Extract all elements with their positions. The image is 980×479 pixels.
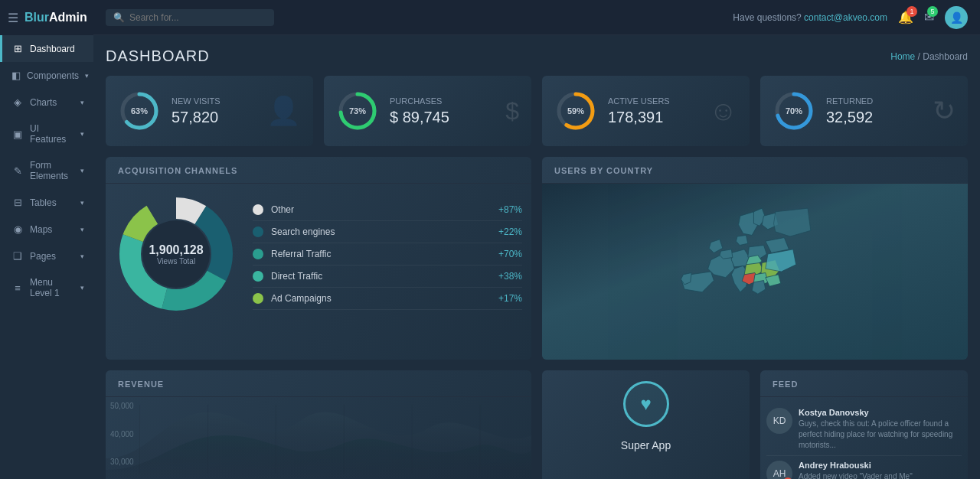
feed-text-1: Added new video "Vader and Me" (799, 471, 962, 479)
arrow-icon-tables: ▾ (80, 199, 84, 207)
breadcrumb: Home / Dashboard (890, 51, 968, 62)
questions-email[interactable]: contact@akveo.com (804, 12, 887, 23)
channel-dot-other (253, 204, 263, 215)
donut-center: 1,900,128 Views Total (149, 243, 203, 266)
sidebar: ☰ BlurAdmin ⊞ Dashboard ◧ Components ▾ ◈… (0, 0, 93, 479)
donut-center-value: 1,900,128 (149, 243, 203, 257)
channel-item-ad-campaigns: Ad Campaigns +17% (253, 288, 522, 310)
sidebar-item-tables[interactable]: ⊟ Tables ▾ (0, 189, 93, 216)
stat-label-new-visits: New Visits (172, 96, 256, 106)
stat-info-purchases: Purchases $ 89,745 (390, 96, 495, 126)
tables-icon: ⊟ (11, 197, 24, 208)
revenue-y-30k: 30,000 (110, 458, 134, 466)
main: 🔍 Have questions? contact@akveo.com 🔔 1 … (93, 0, 980, 479)
revenue-title: REVENUE (106, 370, 531, 397)
stat-donut-active-users: 59% (554, 90, 597, 132)
channel-dot-referral (253, 249, 263, 259)
stat-pct-active-users: 59% (567, 106, 584, 116)
sidebar-label-pages: Pages (30, 251, 74, 262)
message-envelope-wrapper[interactable]: ✉ 5 (924, 10, 934, 24)
channel-name-other: Other (271, 204, 491, 215)
channel-item-search: Search engines +22% (253, 221, 522, 243)
pages-icon: ❑ (11, 250, 24, 262)
map-title: USERS BY COUNTRY (542, 157, 968, 184)
arrow-icon-charts: ▾ (80, 99, 84, 106)
stat-pct-purchases: 73% (349, 106, 366, 116)
page-content: DASHBOARD Home / Dashboard 63% New (93, 35, 980, 479)
stat-card-returned: 70% Returned 32,592 ↻ (760, 76, 968, 146)
users-by-country-panel: USERS BY COUNTRY (542, 157, 968, 360)
hamburger-icon[interactable]: ☰ (8, 11, 18, 25)
sidebar-label-menu-level-1: Menu Level 1 (30, 277, 74, 298)
stat-info-new-visits: New Visits 57,820 (172, 96, 256, 126)
notification-badge: 1 (906, 6, 917, 17)
channel-list: Other +87% Search engines +22% Referral … (253, 199, 522, 310)
stat-info-returned: Returned 32,592 (826, 96, 922, 126)
topbar: 🔍 Have questions? contact@akveo.com 🔔 1 … (93, 0, 980, 35)
channel-pct-direct: +38% (498, 271, 522, 282)
feed-name-0: Kostya Danovsky (799, 408, 962, 417)
channel-name-referral: Referral Traffic (271, 249, 491, 259)
sidebar-item-components[interactable]: ◧ Components ▾ (0, 62, 93, 89)
revenue-panel: REVENUE 50,000 40,000 30,000 (106, 370, 531, 479)
stat-icon-active-users: ☺ (709, 95, 737, 127)
feed-avatar-1: AH ▶ (766, 461, 792, 479)
feed-item-1: AH ▶ Andrey Hrabouski Added new video "V… (766, 456, 962, 479)
stat-donut-purchases: 73% (336, 90, 379, 132)
channel-name-ad-campaigns: Ad Campaigns (271, 293, 491, 304)
logo-blur: Blur (24, 11, 49, 24)
stat-label-active-users: Active Users (608, 96, 698, 106)
sidebar-label-maps: Maps (30, 224, 74, 235)
stat-pct-new-visits: 63% (131, 106, 148, 116)
channel-pct-search: +22% (498, 226, 522, 237)
feed-body: KD Kostya Danovsky Guys, check this out:… (760, 397, 968, 479)
stat-donut-new-visits: 63% (118, 90, 161, 132)
sidebar-item-pages[interactable]: ❑ Pages ▾ (0, 243, 93, 269)
stat-value-active-users: 178,391 (608, 109, 698, 126)
sidebar-item-menu-level-1[interactable]: ≡ Menu Level 1 ▾ (0, 269, 93, 306)
stat-icon-returned: ↻ (933, 95, 956, 127)
channel-name-direct: Direct Traffic (271, 271, 491, 282)
search-bar[interactable]: 🔍 (106, 9, 274, 26)
search-input[interactable] (129, 12, 266, 23)
acquisition-channels-panel: ACQUISITION CHANNELS (106, 157, 531, 360)
search-icon: 🔍 (113, 12, 125, 23)
superapp-panel: ♥ Super App (542, 370, 750, 479)
revenue-body: 50,000 40,000 30,000 (106, 397, 531, 479)
feed-content-1: Andrey Hrabouski Added new video "Vader … (799, 461, 962, 479)
stat-label-returned: Returned (826, 96, 922, 106)
breadcrumb-current: Dashboard (923, 51, 968, 62)
map-container (542, 184, 968, 360)
breadcrumb-home[interactable]: Home (890, 51, 915, 62)
stat-value-returned: 32,592 (826, 109, 922, 126)
avatar[interactable]: 👤 (945, 6, 968, 29)
stat-icon-new-visits: 👤 (266, 95, 301, 127)
notification-bell-wrapper[interactable]: 🔔 1 (898, 10, 913, 24)
sidebar-item-dashboard[interactable]: ⊞ Dashboard (0, 35, 93, 62)
sidebar-item-form-elements[interactable]: ✎ Form Elements ▾ (0, 152, 93, 189)
sidebar-item-ui-features[interactable]: ▣ UI Features ▾ (0, 116, 93, 152)
right-lower: ♥ Super App FEED KD Kostya Danovsky Guys… (542, 370, 968, 479)
stat-card-active-users: 59% Active Users 178,391 ☺ (542, 76, 750, 146)
maps-icon: ◉ (11, 223, 24, 235)
donut-center-label: Views Total (149, 257, 203, 266)
channel-name-search: Search engines (271, 226, 491, 237)
stat-icon-purchases: $ (505, 97, 519, 125)
sidebar-item-charts[interactable]: ◈ Charts ▾ (0, 89, 93, 116)
sidebar-label-form-elements: Form Elements (30, 160, 74, 181)
channel-dot-direct (253, 271, 263, 282)
feed-item-0: KD Kostya Danovsky Guys, check this out:… (766, 403, 962, 456)
page-title: DASHBOARD (106, 47, 210, 65)
sidebar-item-maps[interactable]: ◉ Maps ▾ (0, 216, 93, 243)
sidebar-label-tables: Tables (30, 197, 74, 208)
arrow-icon-pages: ▾ (80, 253, 84, 260)
channel-item-other: Other +87% (253, 199, 522, 221)
arrow-icon-maps: ▾ (80, 226, 84, 233)
channel-pct-referral: +70% (498, 249, 522, 259)
feed-name-1: Andrey Hrabouski (799, 461, 962, 470)
map-body (542, 184, 968, 360)
channel-dot-ad-campaigns (253, 293, 263, 304)
sidebar-nav: ⊞ Dashboard ◧ Components ▾ ◈ Charts ▾ ▣ … (0, 35, 93, 306)
stat-card-purchases: 73% Purchases $ 89,745 $ (324, 76, 531, 146)
feed-title: FEED (760, 370, 968, 397)
